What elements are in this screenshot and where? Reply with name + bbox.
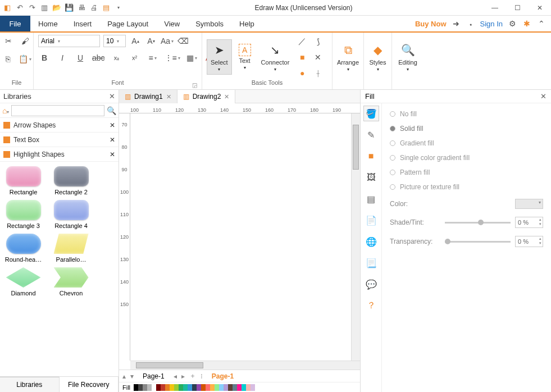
doc-tab-1[interactable]: ▥Drawing1✕ — [119, 90, 177, 103]
close-libraries-icon[interactable]: ✕ — [109, 92, 115, 101]
fill-option[interactable]: Pattern fill — [390, 168, 543, 176]
scrollbar-vertical[interactable] — [351, 113, 360, 361]
color-swatches[interactable] — [134, 384, 255, 391]
shade-slider[interactable] — [445, 222, 511, 224]
strike-icon[interactable]: abc — [92, 52, 105, 64]
page-prev-icon[interactable]: ◂ — [174, 372, 177, 380]
tab-comment-icon[interactable]: 💬 — [363, 276, 379, 292]
file-menu[interactable]: File — [0, 16, 30, 31]
select-tool-button[interactable]: ➤ Select▾ — [207, 39, 232, 75]
rect-tool-icon[interactable]: ■ — [296, 51, 308, 63]
export-icon[interactable]: ▤ — [101, 3, 111, 13]
font-size-combo[interactable]: 10▾ — [103, 35, 126, 47]
print-icon[interactable]: 🖨 — [89, 3, 99, 13]
styles-button[interactable]: ◆ Styles▾ — [366, 40, 390, 74]
tab-picture-icon[interactable]: 🖼 — [363, 170, 379, 185]
shade-value-input[interactable]: 0 %▴▾ — [515, 217, 543, 228]
share-icon[interactable]: ⬩ — [466, 19, 476, 29]
bold-icon[interactable]: B — [38, 52, 51, 64]
redo-icon[interactable]: ↷ — [27, 3, 37, 13]
tab-view[interactable]: View — [156, 16, 188, 31]
tab-insert[interactable]: Insert — [66, 16, 100, 31]
minimize-button[interactable]: — — [484, 0, 506, 16]
cut-icon[interactable]: ✂ — [2, 35, 15, 47]
copy-icon[interactable]: ⎘ — [2, 53, 14, 65]
shape-item[interactable]: Rectangle 2 — [50, 166, 92, 195]
transparency-value-input[interactable]: 0 %▴▾ — [515, 236, 543, 247]
library-search-icon[interactable]: 🔍 — [107, 106, 116, 115]
format-painter-icon[interactable]: 🖌 — [19, 35, 31, 47]
tab-globe-icon[interactable]: 🌐 — [363, 234, 379, 249]
page-tab-1[interactable]: Page-1 — [138, 372, 169, 380]
page-menu-icon[interactable]: ⁝ — [201, 372, 203, 380]
shape-item[interactable]: Round-hea… — [2, 234, 44, 263]
bullets-icon[interactable]: ⋮≡▾ — [165, 52, 180, 64]
increase-font-icon[interactable]: A▴ — [129, 35, 142, 47]
subscript-icon[interactable]: x₂ — [111, 52, 123, 64]
tab-help[interactable]: Help — [231, 16, 262, 31]
new-icon[interactable]: ▥ — [39, 3, 49, 13]
italic-icon[interactable]: I — [56, 52, 69, 64]
home-icon[interactable]: ⌂▾ — [2, 106, 9, 115]
fill-option[interactable]: Single color gradient fill — [390, 154, 543, 162]
close-tab-icon[interactable]: ✕ — [166, 93, 171, 101]
open-icon[interactable]: 📂 — [52, 3, 62, 13]
drawing-canvas[interactable] — [130, 113, 351, 361]
save-icon[interactable]: 💾 — [64, 3, 74, 13]
close-tab-icon[interactable]: ✕ — [224, 93, 229, 101]
tab-help-icon[interactable]: ？ — [363, 298, 379, 313]
shape-item[interactable]: Diamond — [2, 267, 44, 297]
tab-symbols[interactable]: Symbols — [188, 16, 231, 31]
font-dialog-launcher-icon[interactable]: ◲ — [192, 82, 197, 88]
doc-tab-2[interactable]: ▥Drawing2✕ — [177, 90, 236, 103]
line-tool-icon[interactable]: ／ — [296, 35, 308, 48]
shape-item[interactable]: Rectangle — [2, 166, 44, 195]
buy-now-link[interactable]: Buy Now — [415, 20, 447, 28]
collapse-ribbon-icon[interactable]: ⌃ — [536, 19, 547, 29]
page-up-icon[interactable]: ▴ — [122, 372, 126, 380]
bottom-tab-libraries[interactable]: Libraries — [0, 377, 60, 392]
libcat-text-box[interactable]: Text Box✕ — [0, 133, 119, 147]
fill-option[interactable]: Solid fill — [390, 125, 543, 133]
page-down-icon[interactable]: ▾ — [130, 372, 134, 380]
tab-document-icon[interactable]: 📄 — [363, 212, 379, 228]
settings-gear-icon[interactable]: ⚙ — [507, 19, 517, 29]
paste-icon[interactable]: 📋▾ — [19, 53, 31, 65]
ellipse-tool-icon[interactable]: ● — [296, 67, 308, 79]
arrange-button[interactable]: ⧉ Arrange▾ — [334, 40, 362, 74]
connector-tool-button[interactable]: ↘ Connector▾ — [258, 40, 293, 74]
text-tool-button[interactable]: A Text▾ — [235, 42, 254, 72]
undo-icon[interactable]: ↶ — [15, 3, 25, 13]
scrollbar-horizontal[interactable] — [130, 361, 360, 370]
shape-item[interactable]: Parallelo… — [50, 234, 92, 263]
page-tab-selected[interactable]: Page-1 — [207, 372, 238, 380]
font-name-combo[interactable]: Arial▾ — [38, 35, 100, 47]
page-next-icon[interactable]: ▸ — [181, 372, 185, 380]
buy-arrow-icon[interactable]: ➜ — [451, 19, 461, 29]
shape-item[interactable]: Rectangle 4 — [50, 200, 92, 229]
library-search-input[interactable] — [11, 105, 104, 116]
bottom-tab-file-recovery[interactable]: File Recovery — [60, 377, 119, 392]
arc-tool-icon[interactable]: ⟆ — [312, 35, 324, 48]
libcat-highlight-shapes[interactable]: Highlight Shapes✕ — [0, 147, 119, 162]
fill-option[interactable]: Picture or texture fill — [390, 183, 543, 191]
superscript-icon[interactable]: x² — [129, 52, 141, 64]
close-button[interactable]: ✕ — [529, 0, 551, 16]
editing-button[interactable]: 🔍 Editing▾ — [395, 40, 421, 74]
save-all-icon[interactable]: 🖶 — [76, 3, 86, 13]
clear-format-icon[interactable]: ⌫ — [177, 35, 189, 47]
decrease-font-icon[interactable]: A▾ — [145, 35, 157, 47]
close-fill-panel-icon[interactable]: ✕ — [540, 92, 547, 101]
highlight-icon[interactable]: ▦▾ — [186, 52, 198, 64]
tab-fill-bucket-icon[interactable]: 🪣 — [363, 106, 379, 121]
libcat-arrow-shapes[interactable]: Arrow Shapes✕ — [0, 118, 119, 133]
sign-in-link[interactable]: Sign In — [480, 20, 503, 28]
transparency-slider[interactable] — [445, 241, 511, 243]
shape-item[interactable]: Chevron — [50, 267, 92, 297]
tab-line-pen-icon[interactable]: ✎ — [363, 127, 379, 143]
tab-shape-rect-icon[interactable]: ■ — [363, 148, 379, 164]
trim-tool-icon[interactable]: ⟊ — [312, 67, 324, 79]
maximize-button[interactable]: ☐ — [506, 0, 529, 16]
fill-option[interactable]: Gradient fill — [390, 139, 543, 147]
tab-home[interactable]: Home — [30, 16, 66, 33]
